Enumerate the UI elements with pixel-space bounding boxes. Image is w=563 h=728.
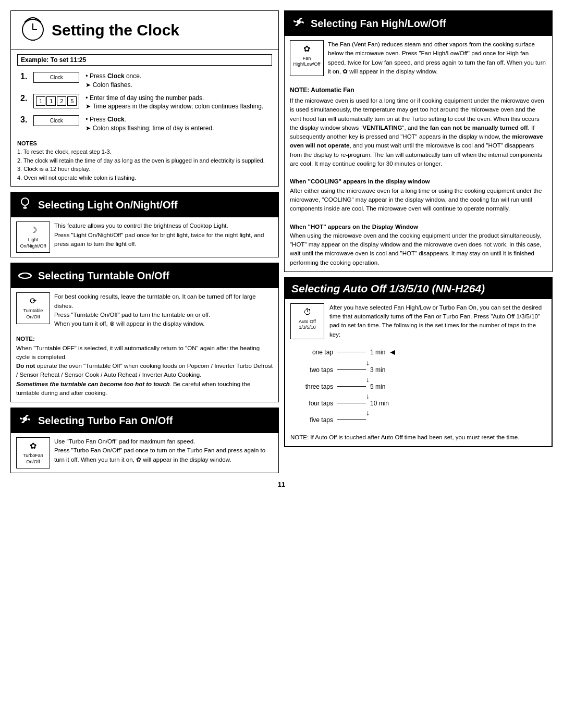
- diagram-value-2: 3 min: [370, 366, 385, 374]
- fan-hl-icon: [291, 14, 307, 33]
- step-instruction-3: • Press Clock.: [85, 116, 126, 123]
- turbo-fan-key-box: ✿ TurboFanOn/Off: [16, 437, 50, 468]
- turntable-note-1: When "Turntable OFF" is selected, it wil…: [16, 345, 260, 360]
- turbo-fan-icon: [17, 411, 33, 430]
- step-num-3: 3.: [17, 113, 30, 135]
- key-3: 2: [57, 96, 66, 106]
- turntable-key-icon: ⟳: [19, 296, 47, 307]
- step-num-2: 2.: [17, 92, 30, 114]
- diagram-label-3: three taps: [290, 383, 337, 390]
- clock-section-title: Setting the Clock: [52, 21, 179, 39]
- auto-off-text: After you have selected Fan High/Low or …: [329, 303, 546, 339]
- turbo-fan-key-label: TurboFanOn/Off: [23, 453, 43, 464]
- diagram-label-1: one tap: [290, 349, 337, 356]
- key-1: 1: [36, 96, 45, 106]
- fan-hl-key-box: ✿ FanHigh/Low/Off: [290, 40, 324, 76]
- cooling-title: When "COOLING" appears in the display wi…: [290, 178, 430, 184]
- turntable-text: For best cooking results, leave the turn…: [54, 292, 273, 328]
- step-icon-1: Clock: [30, 70, 82, 92]
- light-body: ☽ LightOn/Night/Off This feature allows …: [11, 217, 278, 257]
- note-3: 3. Clock is a 12 hour display.: [17, 166, 90, 172]
- step-icon-2: 1 1 2 5: [30, 92, 82, 114]
- clock-header: Setting the Clock: [11, 11, 278, 50]
- turbo-fan-header: Selecting Turbo Fan On/Off: [11, 408, 278, 433]
- fan-auto-note-title: NOTE: Automatic Fan: [290, 85, 547, 95]
- light-text: This feature allows you to control the b…: [54, 221, 273, 249]
- step-text-2: • Enter time of day using the number pad…: [82, 92, 272, 114]
- auto-off-note: NOTE: If Auto Off is touched after Auto …: [285, 431, 552, 446]
- left-column: Setting the Clock Example: To set 11:25 …: [10, 10, 279, 473]
- turntable-icon: [17, 266, 33, 285]
- turntable-key-label: TurntableOn/Off: [23, 308, 43, 319]
- turbo-fan-body: ✿ TurboFanOn/Off Use "Turbo Fan On/Off" …: [11, 433, 278, 473]
- turntable-section: Selecting Turntable On/Off ⟳ TurntableOn…: [10, 263, 279, 402]
- auto-off-key-box: ⏱ Auto Off1/3/5/10: [290, 303, 324, 339]
- arrow-right-1: ◄: [388, 348, 397, 357]
- diagram-row-1: one tap 1 min ◄: [290, 348, 546, 357]
- note-4: 4. Oven will not operate while colon is …: [17, 175, 136, 181]
- diagram-row-4: four taps 10 min: [290, 400, 546, 407]
- step-text-1: • Press Clock once. ➤ Colon flashes.: [82, 70, 272, 92]
- note-2: 2. The clock will retain the time of day…: [17, 157, 265, 164]
- turntable-header: Selecting Turntable On/Off: [11, 263, 278, 288]
- fan-hl-section: Selecting Fan High/Low/Off ✿ FanHigh/Low…: [284, 10, 553, 272]
- key-2: 1: [46, 96, 56, 106]
- diagram-label-2: two taps: [290, 366, 337, 374]
- right-column: Selecting Fan High/Low/Off ✿ FanHigh/Low…: [284, 10, 553, 473]
- fan-hl-header: Selecting Fan High/Low/Off: [285, 11, 552, 36]
- arrow-down-1: ↓: [366, 359, 546, 366]
- clock-steps-table: 1. Clock • Press Clock once. ➤ Colon fla…: [17, 70, 272, 135]
- turbo-fan-section: Selecting Turbo Fan On/Off ✿ TurboFanOn/…: [10, 408, 279, 473]
- fan-hl-title: Selecting Fan High/Low/Off: [311, 18, 446, 30]
- cooling-text: After either using the microwave oven fo…: [290, 188, 542, 212]
- turbo-fan-title: Selecting Turbo Fan On/Off: [38, 415, 173, 427]
- turbo-fan-text: Use "Turbo Fan On/Off" pad for maximum f…: [54, 437, 273, 464]
- light-key-box: ☽ LightOn/Night/Off: [16, 221, 50, 253]
- diagram-value-3: 5 min: [370, 383, 385, 390]
- clock-icon: [19, 15, 46, 45]
- turntable-key-box: ⟳ TurntableOn/Off: [16, 292, 50, 324]
- clock-step-1: 1. Clock • Press Clock once. ➤ Colon fla…: [17, 70, 272, 92]
- step-instruction-1: • Press Clock once.: [85, 72, 141, 80]
- page-number: 11: [10, 480, 553, 488]
- turbo-fan-key-icon: ✿: [19, 441, 47, 452]
- key-4: 5: [67, 96, 77, 106]
- fan-hl-key-label: FanHigh/Low/Off: [293, 56, 321, 67]
- fan-auto-note-text: If the microwave oven is used for a long…: [290, 97, 544, 167]
- notes-label: NOTES: [17, 140, 37, 146]
- fan-hl-text: The Fan (Vent Fan) reduces steam and oth…: [328, 40, 547, 76]
- clock-key-1: Clock: [33, 72, 79, 83]
- diagram-label-4: four taps: [290, 400, 337, 407]
- diagram-value-4: 10 min: [370, 400, 389, 407]
- hot-text: When using the microwave oven and the co…: [290, 232, 541, 266]
- hot-title: When "HOT" appears on the Display Window: [290, 224, 418, 230]
- arrow-down-4: ↓: [366, 409, 546, 416]
- clock-body: Example: To set 11:25 1. Clock: [11, 50, 278, 186]
- diagram-value-1: 1 min: [370, 349, 385, 356]
- turntable-body: ⟳ TurntableOn/Off For best cooking resul…: [11, 288, 278, 332]
- auto-off-diagram: one tap 1 min ◄ ↓ two taps 3 min ↓ three…: [285, 348, 552, 431]
- clock-key-label-1: Clock: [50, 75, 63, 80]
- auto-off-key-icon: ⏱: [293, 307, 322, 318]
- light-icon: [17, 195, 33, 214]
- clock-key-3: Clock: [33, 115, 79, 126]
- step-arrow-3: ➤ Colon stops flashing; time of day is e…: [85, 125, 214, 132]
- step-num-1: 1.: [17, 70, 30, 92]
- note-1: 1. To reset the clock, repeat step 1-3.: [17, 149, 112, 155]
- step-icon-3: Clock: [30, 113, 82, 135]
- auto-off-note-text: NOTE: If Auto Off is touched after Auto …: [290, 434, 519, 440]
- clock-step-3: 3. Clock • Press Clock. ➤ Colon stops fl…: [17, 113, 272, 135]
- diagram-line-5: [337, 419, 366, 420]
- auto-off-body: ⏱ Auto Off1/3/5/10 After you have select…: [285, 299, 552, 343]
- auto-off-title: Selecting Auto Off 1/3/5/10 (NN-H264): [291, 282, 485, 294]
- light-section: Selecting Light On/Night/Off ☽ LightOn/N…: [10, 192, 279, 257]
- clock-keypads: 1 1 2 5: [33, 94, 79, 108]
- clock-example: Example: To set 11:25: [17, 54, 272, 66]
- turntable-title: Selecting Turntable On/Off: [38, 270, 169, 282]
- diagram-line-4: [337, 403, 366, 403]
- light-key-icon: ☽: [19, 225, 47, 236]
- arrow-down-3: ↓: [366, 392, 546, 400]
- fan-hl-body: ✿ FanHigh/Low/Off The Fan (Vent Fan) red…: [285, 36, 552, 80]
- svg-point-12: [297, 20, 301, 24]
- auto-off-key-label: Auto Off1/3/5/10: [299, 319, 316, 330]
